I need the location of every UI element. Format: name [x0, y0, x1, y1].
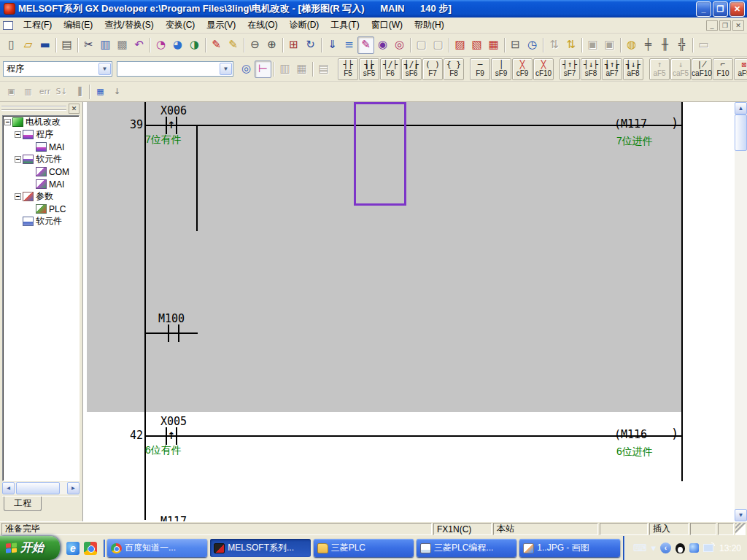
- remote-operation-icon[interactable]: ⇅: [562, 36, 579, 54]
- child-restore-button[interactable]: ❐: [719, 20, 731, 31]
- menu-window[interactable]: 窗口(W): [365, 17, 409, 34]
- data-type-combo[interactable]: 程序 ▼: [3, 61, 112, 77]
- network-icon[interactable]: [703, 544, 713, 552]
- menu-find-replace[interactable]: 查找/替换(S): [98, 17, 159, 34]
- close-button[interactable]: ✕: [729, 1, 745, 17]
- combo-dropdown-icon[interactable]: ▼: [98, 63, 111, 75]
- resize-grip[interactable]: [735, 523, 746, 535]
- open-folder-icon[interactable]: ▱: [20, 36, 36, 54]
- menu-edit[interactable]: 编辑(E): [58, 17, 98, 34]
- menu-tools[interactable]: 工具(T): [325, 17, 365, 34]
- menu-convert[interactable]: 变换(C): [160, 17, 201, 34]
- sidebar-hscrollbar[interactable]: ◄ ►: [2, 482, 80, 494]
- pc-read-icon[interactable]: ▢: [413, 36, 430, 54]
- hide-icons-chevron-icon[interactable]: ‹: [660, 542, 671, 553]
- tree-expander-icon[interactable]: [28, 168, 34, 175]
- tree-item-device-comment[interactable]: − 软元件: [3, 153, 79, 166]
- F8[interactable]: { }F8: [444, 58, 464, 80]
- scroll-right-icon[interactable]: ►: [67, 482, 80, 494]
- task-melsoft[interactable]: MELSOFT系列...: [210, 539, 310, 557]
- edit-cursor[interactable]: [354, 102, 406, 206]
- aF5[interactable]: ↑aF5: [649, 58, 670, 80]
- comment-edit-icon[interactable]: ✎: [208, 36, 225, 54]
- clock-setting-icon[interactable]: ◷: [524, 36, 541, 54]
- vscroll-thumb[interactable]: [735, 114, 747, 151]
- find-icon[interactable]: ◔: [152, 36, 169, 54]
- tree-expander-icon[interactable]: [15, 218, 21, 225]
- menu-help[interactable]: 帮助(H): [409, 17, 450, 34]
- tree-item-parameter-plc[interactable]: PLC: [3, 203, 79, 215]
- tree-item-device-memory[interactable]: 软元件: [3, 215, 79, 228]
- zoom-out-icon[interactable]: ⊖: [247, 36, 263, 54]
- ladder-edit-mode-icon[interactable]: ✎: [357, 36, 374, 54]
- cascade-windows-icon[interactable]: ▣: [584, 36, 601, 54]
- ladder-logic-test-icon[interactable]: ⇓: [324, 36, 341, 54]
- restore-button[interactable]: ❐: [713, 1, 728, 17]
- menu-online[interactable]: 在线(O): [241, 17, 283, 34]
- start-button[interactable]: 开始: [0, 536, 60, 560]
- keyboard-icon[interactable]: ⌨: [633, 543, 647, 553]
- online-compare-icon[interactable]: ▦: [485, 36, 502, 54]
- chrome-icon[interactable]: [84, 542, 97, 555]
- tree-expander-icon[interactable]: −: [15, 193, 21, 200]
- dialog-edit-icon[interactable]: ▤: [315, 61, 332, 78]
- sF6[interactable]: ┧/┟sF6: [401, 58, 422, 80]
- qq-icon[interactable]: [676, 543, 685, 553]
- F6[interactable]: ┤/├F6: [380, 58, 400, 80]
- tree-item-parameter[interactable]: − 参数: [3, 190, 79, 203]
- project-list-toggle-icon[interactable]: ⊢: [255, 61, 271, 78]
- messenger-icon[interactable]: [689, 543, 699, 553]
- monitor-mode-icon[interactable]: ◉: [374, 36, 391, 54]
- find-string-icon[interactable]: ◑: [186, 36, 203, 54]
- tree-item-program-main[interactable]: MAI: [3, 141, 79, 153]
- aF8[interactable]: ┧↓┟aF8: [623, 58, 643, 80]
- F10[interactable]: ⌐F10: [713, 58, 733, 80]
- ladder-canvas[interactable]: 39 X006 ↑ 7位有件 (M117 ) 7位进件 M100 42 X005…: [83, 102, 735, 521]
- screen-jump-icon[interactable]: ▣: [3, 83, 20, 101]
- menu-diagnostics[interactable]: 诊断(D): [284, 17, 325, 34]
- aF7[interactable]: ┧↑┟aF7: [602, 58, 622, 80]
- transfer-setup-icon[interactable]: ⇅: [546, 36, 562, 54]
- coil-m116-label[interactable]: (M116: [614, 428, 647, 441]
- comment-display-icon[interactable]: ⊞: [285, 36, 302, 54]
- undo-icon[interactable]: ↶: [131, 36, 147, 54]
- cF9[interactable]: ╳cF9: [512, 58, 533, 80]
- tree-item-program[interactable]: − 程序: [3, 128, 79, 141]
- menu-view[interactable]: 显示(V): [201, 17, 241, 34]
- scroll-left-icon[interactable]: ◄: [2, 482, 15, 494]
- monitor-refresh-icon[interactable]: ↻: [302, 36, 319, 54]
- minimize-button[interactable]: _: [696, 1, 711, 17]
- device-use-list-icon[interactable]: ╬: [673, 36, 690, 54]
- project-data-list-icon[interactable]: ≡: [341, 36, 357, 54]
- tile-windows-icon[interactable]: ▣: [601, 36, 618, 54]
- online-write-icon[interactable]: ▨: [452, 36, 468, 54]
- help-screen-icon[interactable]: ▭: [695, 36, 712, 54]
- step-jump-icon[interactable]: S↓: [53, 83, 70, 101]
- pc-write-icon[interactable]: ▢: [430, 36, 446, 54]
- sidebar-close-icon[interactable]: ✕: [69, 104, 80, 114]
- scroll-down-icon[interactable]: ▼: [735, 509, 747, 521]
- statement-edit-icon[interactable]: ✎: [225, 36, 241, 54]
- tree-expander-icon[interactable]: [28, 181, 34, 187]
- paste-icon[interactable]: ▩: [114, 36, 131, 54]
- online-change-icon[interactable]: ▧: [468, 36, 485, 54]
- new-file-icon[interactable]: ▯: [3, 36, 20, 54]
- scroll-up-icon[interactable]: ▲: [735, 102, 747, 114]
- coil-m117-label[interactable]: (M117: [614, 117, 647, 131]
- tab-project[interactable]: 工程: [4, 497, 42, 511]
- ladder-vscrollbar[interactable]: ▲ ▼: [735, 102, 747, 521]
- caF5[interactable]: ↓caF5: [670, 58, 691, 80]
- error-jump-icon[interactable]: err: [36, 83, 53, 101]
- contact-x006[interactable]: ↑: [163, 117, 180, 134]
- tree-expander-icon[interactable]: [28, 206, 34, 212]
- device-find-icon[interactable]: ▦: [293, 61, 310, 78]
- memory-block-icon[interactable]: ▦: [92, 83, 109, 101]
- F7[interactable]: ( )F7: [422, 58, 443, 80]
- aF9[interactable]: ⊠aF9: [734, 58, 747, 80]
- sidebar-grip[interactable]: ✕: [0, 102, 81, 114]
- child-close-button[interactable]: ✕: [732, 20, 744, 31]
- contact-x005[interactable]: ↑: [163, 427, 180, 445]
- tree-expander-icon[interactable]: −: [4, 119, 11, 125]
- task-paint[interactable]: 1..JPG - 画图: [519, 539, 619, 557]
- sF7[interactable]: ┤↑├sF7: [560, 58, 580, 80]
